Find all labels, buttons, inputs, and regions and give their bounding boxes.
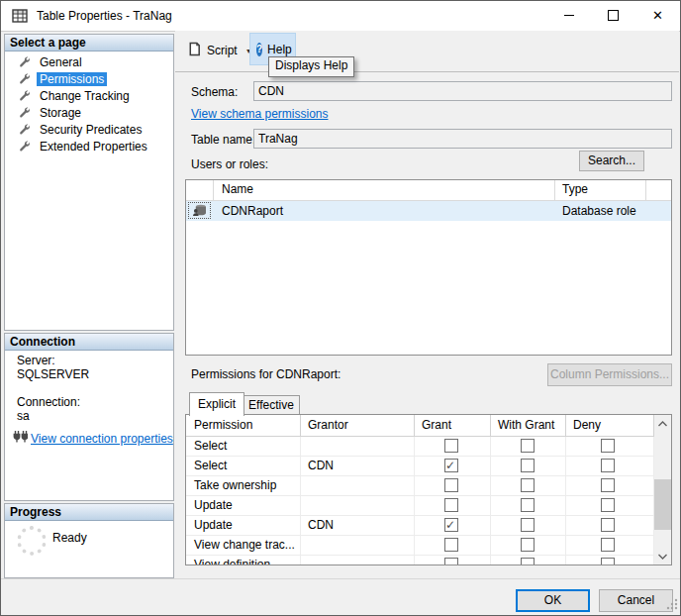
permission-grantor: CDN (308, 457, 334, 475)
tab-effective[interactable]: Effective (243, 395, 300, 415)
ok-button[interactable]: OK (516, 589, 590, 612)
permissions-grid-header: Permission Grantor Grant With Grant Deny (186, 415, 654, 437)
permission-row-select[interactable]: SelectCDN✓ (186, 457, 654, 476)
select-page-header: Select a page (5, 35, 173, 51)
table-icon (12, 8, 28, 24)
users-or-roles-list: Name Type CDNRaportDatabase role (185, 179, 672, 356)
server-label: Server: (17, 354, 55, 367)
user-role-type: Database role (562, 201, 636, 221)
permission-row-update[interactable]: Update (186, 496, 654, 516)
grid-scrollbar[interactable] (654, 415, 671, 565)
sidebar-item-extended-properties[interactable]: Extended Properties (5, 138, 173, 154)
sidebar-item-label: Security Predicates (37, 123, 145, 137)
sidebar-item-label: General (37, 55, 85, 69)
column-permissions-button[interactable]: Column Permissions... (547, 363, 672, 386)
with-grant-checkbox[interactable] (521, 478, 535, 492)
sidebar-item-storage[interactable]: Storage (5, 104, 173, 121)
permission-row-select[interactable]: Select (186, 437, 654, 457)
deny-checkbox[interactable] (601, 558, 615, 565)
close-button[interactable]: ✕ (635, 1, 680, 30)
permissions-for-label: Permissions for CDNRaport: (191, 367, 340, 381)
permissions-grid: SelectSelectCDN✓Take ownershipUpdateUpda… (185, 414, 672, 565)
with-grant-checkbox[interactable] (521, 518, 535, 532)
permission-row-view-change-trac[interactable]: View change trac... (186, 536, 654, 556)
sidebar-item-general[interactable]: General (5, 53, 173, 70)
column-header-grant[interactable]: Grant (422, 415, 451, 435)
grant-checkbox[interactable]: ✓ (444, 459, 458, 472)
window-controls: ✕ (546, 1, 680, 30)
grant-checkbox[interactable] (444, 498, 458, 512)
tab-explicit[interactable]: Explicit (189, 392, 244, 416)
search-button[interactable]: Search... (579, 151, 644, 171)
view-schema-permissions-link[interactable]: View schema permissions (191, 107, 329, 121)
sidebar-item-permissions[interactable]: Permissions (5, 70, 173, 87)
window-title: Table Properties - TraNag (37, 1, 172, 31)
minimize-icon (564, 15, 574, 16)
sidebar-item-security-predicates[interactable]: Security Predicates (5, 121, 173, 138)
table-properties-dialog: Table Properties - TraNag ✕ Select a pag… (0, 0, 681, 616)
connection-panel: Connection Server: SQLSERVER Connection:… (4, 333, 174, 501)
permission-row-view-definition[interactable]: View definition (186, 556, 654, 565)
scroll-down-button[interactable] (654, 548, 671, 565)
with-grant-checkbox[interactable] (521, 439, 535, 453)
check-icon: ✓ (445, 459, 455, 472)
connection-value: sa (17, 409, 30, 423)
with-grant-checkbox[interactable] (521, 538, 535, 552)
user-role-name: CDNRaport (222, 201, 283, 221)
scroll-up-button[interactable] (654, 415, 671, 432)
titlebar: Table Properties - TraNag ✕ (1, 1, 680, 32)
script-button-label: Script (207, 44, 238, 57)
permission-row-take-ownership[interactable]: Take ownership (186, 476, 654, 496)
grant-checkbox[interactable] (444, 439, 458, 453)
deny-checkbox[interactable] (601, 478, 615, 492)
users-rows: CDNRaportDatabase role (186, 201, 671, 221)
deny-checkbox[interactable] (601, 459, 615, 472)
cancel-button[interactable]: Cancel (599, 589, 673, 612)
permission-name: Select (194, 457, 227, 475)
permission-rows: SelectSelectCDN✓Take ownershipUpdateUpda… (186, 437, 654, 565)
column-divider (554, 180, 555, 200)
permission-name: Update (194, 516, 233, 535)
database-role-icon (188, 202, 211, 219)
schema-label: Schema: (191, 85, 238, 99)
schema-field[interactable] (253, 81, 672, 101)
with-grant-checkbox[interactable] (521, 459, 535, 472)
column-header-grantor[interactable]: Grantor (308, 415, 348, 435)
permission-name: Update (194, 496, 233, 515)
maximize-icon (608, 10, 619, 21)
column-divider (645, 180, 646, 200)
minimize-button[interactable] (546, 1, 591, 30)
scrollbar-thumb[interactable] (654, 479, 671, 530)
column-header-with-grant[interactable]: With Grant (498, 415, 554, 435)
wrench-icon (18, 72, 31, 85)
view-connection-properties-link[interactable]: View connection properties (31, 432, 173, 446)
deny-checkbox[interactable] (601, 538, 615, 552)
permission-row-update[interactable]: UpdateCDN✓ (186, 516, 654, 536)
connection-header: Connection (5, 334, 173, 351)
grant-checkbox[interactable] (444, 478, 458, 492)
deny-checkbox[interactable] (601, 518, 615, 532)
user-role-row[interactable]: CDNRaportDatabase role (186, 201, 671, 221)
script-button[interactable]: Script ▼ (181, 37, 258, 64)
with-grant-checkbox[interactable] (521, 558, 535, 565)
column-header-name[interactable]: Name (222, 180, 253, 199)
deny-checkbox[interactable] (601, 439, 615, 453)
column-header-permission[interactable]: Permission (194, 415, 252, 435)
users-list-header: Name Type (186, 180, 671, 201)
column-header-deny[interactable]: Deny (573, 415, 601, 435)
connection-label: Connection: (17, 395, 80, 409)
sidebar-item-label: Storage (37, 106, 84, 120)
maximize-button[interactable] (591, 1, 635, 30)
deny-checkbox[interactable] (601, 498, 615, 512)
wrench-icon (18, 89, 31, 102)
grant-checkbox[interactable] (444, 538, 458, 552)
column-header-type[interactable]: Type (562, 180, 588, 199)
grant-checkbox[interactable]: ✓ (444, 518, 458, 532)
grant-checkbox[interactable] (444, 558, 458, 565)
sidebar-item-change-tracking[interactable]: Change Tracking (5, 87, 173, 104)
table-name-field[interactable] (253, 129, 672, 149)
progress-status: Ready (52, 531, 87, 545)
sidebar-item-label: Extended Properties (37, 140, 150, 154)
with-grant-checkbox[interactable] (521, 498, 535, 512)
resize-grip[interactable] (665, 597, 678, 613)
